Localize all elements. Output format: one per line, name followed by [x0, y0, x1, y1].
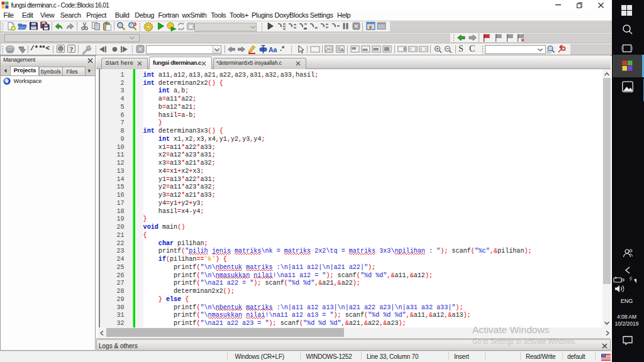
svg-text:?: ? [69, 45, 73, 53]
svg-text:A: A [340, 47, 344, 53]
